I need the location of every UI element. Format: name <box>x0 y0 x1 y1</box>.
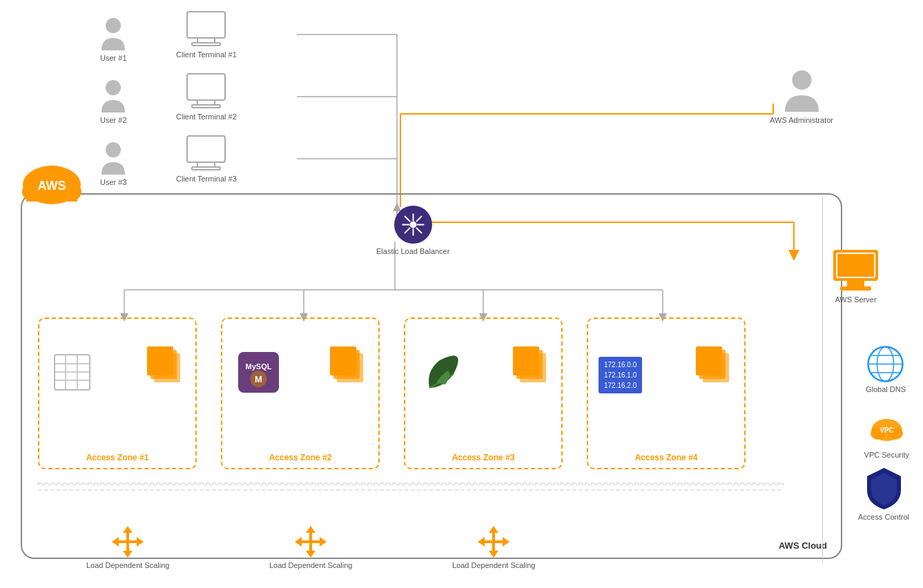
svg-rect-28 <box>192 43 220 46</box>
elb-icon: Elastic Load Balancer <box>376 206 449 255</box>
zone-1-label: Access Zone #1 <box>86 453 149 462</box>
elb-label: Elastic Load Balancer <box>376 247 449 255</box>
svg-point-45 <box>792 70 811 90</box>
user-2-label: User #2 <box>100 116 127 124</box>
svg-marker-72 <box>112 526 144 558</box>
zone-4-label: Access Zone #4 <box>635 453 698 462</box>
aws-cloud-label: AWS Cloud <box>779 540 827 551</box>
user-2: User #2 <box>100 79 127 124</box>
terminal-3: Client Terminal #3 <box>176 135 237 183</box>
scaling-1-label: Load Dependent Scaling <box>86 561 169 569</box>
svg-point-25 <box>106 142 121 157</box>
access-zone-4: 172.16.0.0172.16.1.0172.16.2.0 Access Zo… <box>587 317 746 469</box>
global-dns-icon: Global DNS <box>866 345 906 393</box>
scaling-icon-2: Load Dependent Scaling <box>269 525 352 569</box>
ip-table-icon: 172.16.0.0172.16.1.0172.16.2.0 <box>599 357 642 393</box>
svg-rect-26 <box>187 12 225 38</box>
leaf-icon <box>419 350 464 398</box>
svg-rect-29 <box>187 74 225 100</box>
svg-point-36 <box>409 222 416 228</box>
svg-rect-31 <box>192 105 220 108</box>
user-3: User #3 <box>100 141 127 186</box>
admin-label: AWS Administrator <box>770 116 833 124</box>
scaling-3-label: Load Dependent Scaling <box>452 561 535 569</box>
vpc-security-icon: VPC VPC Security <box>864 411 909 459</box>
svg-rect-65 <box>330 346 356 375</box>
diagram-container: AWS Cloud AWS User #1 User #2 U <box>0 0 923 588</box>
zone-2-label: Access Zone #2 <box>269 453 332 462</box>
svg-text:VPC: VPC <box>880 427 894 434</box>
access-control-label: Access Control <box>858 513 909 521</box>
access-control-icon: Access Control <box>858 466 909 521</box>
stacked-docs-4 <box>692 343 734 387</box>
terminal-2-label: Client Terminal #2 <box>176 112 237 121</box>
access-zone-1: Access Zone #1 <box>38 317 197 469</box>
svg-rect-30 <box>197 100 215 105</box>
terminal-1-label: Client Terminal #1 <box>176 50 237 59</box>
stacked-docs-1 <box>144 343 185 387</box>
svg-rect-48 <box>847 281 864 286</box>
spreadsheet-icon <box>53 353 91 394</box>
stacked-docs-2 <box>327 343 368 387</box>
svg-rect-58 <box>147 346 173 375</box>
svg-text:MySQL: MySQL <box>246 362 272 371</box>
server-label: AWS Server <box>835 295 876 304</box>
user-1: User #1 <box>100 17 127 62</box>
svg-point-24 <box>106 80 121 95</box>
aws-logo: AWS <box>21 166 83 213</box>
svg-marker-74 <box>478 526 509 558</box>
zone-3-label: Access Zone #3 <box>452 453 515 462</box>
svg-rect-71 <box>696 346 722 375</box>
scaling-2-label: Load Dependent Scaling <box>269 561 352 569</box>
elb-circle <box>394 206 432 244</box>
svg-rect-27 <box>197 38 215 43</box>
svg-text:AWS: AWS <box>37 179 66 193</box>
svg-point-23 <box>106 18 121 33</box>
aws-admin-icon: AWS Administrator <box>770 69 833 124</box>
svg-rect-34 <box>192 167 220 170</box>
terminal-1: Client Terminal #1 <box>176 10 237 59</box>
access-zone-3: Access Zone #3 <box>404 317 563 469</box>
mysql-icon: MySQL M <box>236 350 281 398</box>
svg-rect-21 <box>26 192 77 202</box>
user-1-label: User #1 <box>100 54 127 62</box>
svg-rect-47 <box>837 253 875 277</box>
terminal-2: Client Terminal #2 <box>176 72 237 121</box>
svg-rect-49 <box>840 286 871 291</box>
global-dns-label: Global DNS <box>866 385 906 393</box>
svg-rect-32 <box>187 136 225 162</box>
access-zone-2: MySQL M Access Zone #2 <box>221 317 380 469</box>
scaling-icon-3: Load Dependent Scaling <box>452 525 535 569</box>
scaling-icon-1: Load Dependent Scaling <box>86 525 169 569</box>
right-panel-divider <box>822 197 823 562</box>
user-3-label: User #3 <box>100 178 127 186</box>
stacked-docs-3 <box>509 343 551 387</box>
terminal-3-label: Client Terminal #3 <box>176 175 237 183</box>
svg-text:M: M <box>255 374 262 384</box>
svg-marker-73 <box>295 526 327 558</box>
aws-server-icon: AWS Server <box>830 248 882 304</box>
svg-rect-68 <box>513 346 539 375</box>
vpc-security-label: VPC Security <box>864 451 909 459</box>
svg-rect-33 <box>197 162 215 167</box>
